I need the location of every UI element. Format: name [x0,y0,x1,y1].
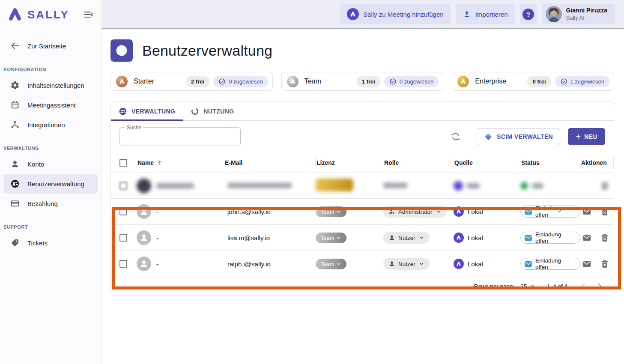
sidebar-item-tickets[interactable]: Tickets [0,233,102,253]
license-chip-select[interactable]: Team [316,259,346,269]
table-row-redacted [111,173,614,199]
sidebar-section-verwaltung: VERWALTUNG [0,134,102,154]
sidebar-item-integrationen[interactable]: Integrationen [0,115,102,134]
scim-verwalten-button[interactable]: SCIM VERWALTEN [477,128,560,145]
sidebar-item-label: Meetingassistent [27,101,76,109]
sidebar-item-meetingassistent[interactable]: Meetingassistent [0,95,102,115]
person-icon [10,159,20,169]
header-label: Status [521,159,540,166]
actions-cell [580,259,614,269]
redacted-role [383,183,407,188]
role-cell [383,182,454,190]
redacted-status-icon [520,182,528,190]
actions-cell [580,182,614,190]
delete-user-icon[interactable] [600,207,609,216]
row-checkbox[interactable] [119,260,127,268]
column-header-lizenz[interactable]: Lizenz [316,157,383,169]
actions-cell [580,207,614,216]
rows-per-page-value: 25 [520,283,527,289]
sidebar-section-support: SUPPORT [0,213,102,233]
column-header-email[interactable]: E-Mail [224,157,316,169]
source-cell: Lokal [454,233,520,243]
sally-logo-icon [6,6,24,24]
avatar-placeholder-icon [137,230,151,245]
source-value: Lokal [468,260,483,268]
select-all-checkbox[interactable] [119,159,127,167]
license-cell: Team [316,206,383,217]
new-user-button[interactable]: + NEU [568,128,605,145]
back-arrow-icon [10,41,20,51]
sally-logo-icon [347,8,359,20]
status-cell: Einladung offen [520,258,580,270]
role-chip-select[interactable]: Nutzer [383,258,430,270]
user-email-value: ralph.i@sally.io [224,260,316,268]
sidebar-item-bezahlung[interactable]: Bezahlung [0,194,102,213]
redacted-status [532,183,543,188]
avatar-placeholder-icon [137,204,151,219]
resend-invite-mail-icon[interactable] [582,233,591,242]
role-chip-select[interactable]: Nutzer [383,232,430,244]
main-content: Benutzerverwaltung Starter 2 frei 0 zuge… [102,30,624,364]
calendar-icon [10,100,20,110]
row-checkbox[interactable] [119,182,127,190]
user-menu[interactable]: Gianni Piruzza Sally AI [542,4,615,24]
people-circle-icon [119,107,127,116]
help-button[interactable]: ? [520,4,537,24]
rows-per-page-label: Rows per page: [474,283,515,289]
status-badge: Einladung offen [520,206,580,218]
column-header-name[interactable]: Name [137,157,224,169]
chevron-down-icon [336,235,341,241]
next-page-icon[interactable] [595,281,604,291]
role-chip-label: Nutzer [398,235,415,241]
rows-per-page-select[interactable]: 25 [520,283,535,289]
license-chip-select[interactable]: Team [316,206,346,217]
resend-invite-mail-icon[interactable] [582,207,591,216]
sally-logo-icon [454,233,464,243]
tag-icon [10,238,20,248]
name-cell: - [137,257,224,271]
source-cell [454,181,520,191]
role-chip-label: Nutzer [398,261,415,267]
gear-icon [10,81,20,90]
user-avatar [546,6,562,22]
resend-invite-mail-icon[interactable] [582,259,591,269]
column-header-status[interactable]: Status [520,157,580,169]
refresh-icon[interactable] [450,131,461,142]
column-header-quelle[interactable]: Quelle [454,157,520,169]
search-input[interactable] [120,128,240,146]
sidebar-item-benutzerverwaltung[interactable]: Benutzerverwaltung [3,174,98,194]
bronze-medal-icon [116,76,128,87]
envelope-icon [524,235,532,241]
header-label: E-Mail [225,159,242,166]
row-checkbox[interactable] [119,208,127,215]
previous-page-icon[interactable] [579,281,588,291]
envelope-icon [524,209,532,215]
check-circle-icon [560,78,567,85]
sidebar-item-back-home[interactable]: Zur Startseite [0,36,102,56]
delete-user-icon[interactable] [600,259,609,269]
role-chip-select[interactable]: Administrator [383,206,447,218]
header-label: Lizenz [316,159,335,166]
license-name: Enterprise [475,78,527,85]
delete-user-icon[interactable] [600,233,609,242]
column-header-rolle[interactable]: Rolle [383,157,454,169]
license-assigned-label: 1 zugewiesen [570,78,605,85]
license-chip-select[interactable]: Team [316,233,346,243]
row-checkbox[interactable] [119,234,127,242]
tab-verwaltung[interactable]: VERWALTUNG [111,102,183,120]
sidebar-item-konto[interactable]: Konto [0,154,102,174]
person-icon [388,260,395,267]
add-sally-to-meeting-button[interactable]: Sally zu Meeting hinzufügen [340,4,451,24]
tab-nutzung[interactable]: NUTZUNG [183,102,242,120]
name-cell [137,179,224,193]
import-button[interactable]: Importieren [456,4,515,24]
header-label: Rolle [384,159,399,166]
sidebar-item-label: Inhaltseinstellungen [27,82,84,89]
license-assigned-badge: 1 zugewiesen [555,76,610,87]
sidebar-collapse-icon[interactable] [83,9,94,20]
role-cell: Nutzer [383,232,454,244]
user-name: Gianni Piruzza [566,7,607,15]
sidebar-item-inhaltseinstellungen[interactable]: Inhaltseinstellungen [0,75,102,95]
chevron-down-icon [336,261,341,267]
search-field: Suche [119,127,241,146]
